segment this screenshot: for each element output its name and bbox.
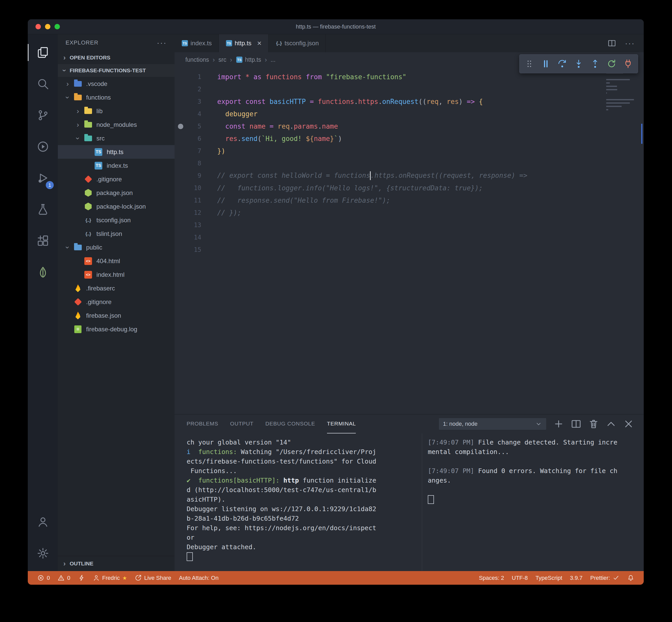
breadcrumb-item-src[interactable]: src	[219, 56, 226, 63]
activity-search-button[interactable]	[28, 68, 58, 100]
git-icon	[73, 297, 82, 307]
status-typescript[interactable]: TypeScript	[532, 571, 566, 585]
tree-item-package-lock.json[interactable]: package-lock.json	[58, 200, 175, 213]
tree-item-index.html[interactable]: <>index.html	[58, 268, 175, 281]
ts-icon: TS	[94, 161, 103, 170]
pause-icon	[541, 59, 551, 69]
activity-test-button[interactable]	[28, 194, 58, 225]
restart-button[interactable]	[604, 56, 619, 71]
activity-explorer-button[interactable]	[28, 37, 58, 68]
maximize-panel-button[interactable]	[606, 418, 617, 429]
status-3-9-7[interactable]: 3.9.7	[566, 571, 586, 585]
tree-item-lib[interactable]: lib	[58, 104, 175, 118]
tab-http.ts[interactable]: TShttp.ts×	[219, 34, 269, 52]
tree-item-tslint.json[interactable]: {..}tslint.json	[58, 227, 175, 241]
chevron-right-icon	[73, 120, 83, 129]
code-line: 11// response.send("Hello from Firebase!…	[175, 194, 644, 207]
step-over-button[interactable]	[555, 56, 570, 71]
code-line: 13	[175, 219, 644, 231]
tree-item-.gitignore[interactable]: .gitignore	[58, 172, 175, 186]
tab-tsconfig.json[interactable]: {..}tsconfig.json	[269, 34, 326, 52]
tree-item-label: lib	[97, 107, 103, 115]
kill-terminal-button[interactable]	[588, 418, 599, 429]
tree-item-.gitignore[interactable]: .gitignore	[58, 295, 175, 309]
tree-item-node_modules[interactable]: node_modules	[58, 118, 175, 132]
pause-button[interactable]	[538, 56, 554, 71]
open-editors-section[interactable]: OPEN EDITORS	[58, 51, 175, 64]
status-bell[interactable]	[624, 571, 638, 585]
disconnect-button[interactable]	[620, 56, 636, 71]
step-into-button[interactable]	[571, 56, 586, 71]
terminal-pane-left[interactable]: ch your global version "14"i functions: …	[175, 434, 422, 571]
status-auto-attach-on[interactable]: Auto Attach: On	[175, 571, 222, 585]
panel-tab-debug-console[interactable]: DEBUG CONSOLE	[265, 414, 315, 434]
activity-run-button[interactable]	[28, 131, 58, 162]
terminal-pane-right[interactable]: [7:49:07 PM] File change detected. Start…	[422, 434, 644, 571]
status-live-share[interactable]: Live Share	[131, 571, 175, 585]
root-folder-section[interactable]: FIREBASE-FUNCTIONS-TEST	[58, 64, 175, 77]
status-prettier-[interactable]: Prettier:	[586, 571, 624, 585]
terminal-picker-dropdown[interactable]: 1: node, node	[439, 418, 547, 430]
status-debug-attach[interactable]	[74, 571, 89, 585]
panel-tab-problems[interactable]: PROBLEMS	[187, 414, 218, 434]
activity-source-control-button[interactable]	[28, 100, 58, 131]
code-editor[interactable]: 1import * as functions from "firebase-fu…	[175, 67, 644, 414]
terminal-cursor	[428, 495, 434, 504]
minimap[interactable]	[606, 72, 637, 123]
live-share-icon	[135, 575, 142, 581]
panel-tab-terminal[interactable]: TERMINAL	[327, 414, 356, 434]
minimap-line	[606, 79, 630, 80]
tree-item-.firebaserc[interactable]: .firebaserc	[58, 281, 175, 295]
minimap-line	[606, 92, 607, 94]
split-terminal-button[interactable]	[571, 418, 582, 429]
tree-item-http.ts[interactable]: TShttp.ts	[58, 145, 175, 159]
close-tab-icon[interactable]: ×	[257, 39, 262, 47]
breadcrumb-item-http.ts[interactable]: TShttp.ts	[236, 56, 261, 63]
tab-index.ts[interactable]: TSindex.ts	[175, 34, 219, 52]
terminal-line: Debugger listening on ws://127.0.0.1:922…	[187, 504, 422, 514]
activity-badge: 1	[46, 181, 54, 189]
more-actions-icon[interactable]: ···	[625, 39, 635, 47]
tab-bar: TSindex.tsTShttp.ts×{..}tsconfig.json···	[175, 34, 644, 52]
status-0[interactable]: 0	[54, 571, 74, 585]
status-0[interactable]: 0	[33, 571, 54, 585]
breakpoint-gutter[interactable]	[175, 124, 186, 129]
split-editor-icon[interactable]	[607, 39, 616, 47]
tree-item-label: firebase.json	[86, 312, 121, 319]
tree-item-tsconfig.json[interactable]: {..}tsconfig.json	[58, 213, 175, 227]
breadcrumb-item-functions[interactable]: functions	[185, 56, 209, 63]
tree-item-package.json[interactable]: package.json	[58, 186, 175, 200]
tree-item-404.html[interactable]: <>404.html	[58, 254, 175, 268]
activity-settings-button[interactable]	[28, 538, 58, 569]
status-spaces-2[interactable]: Spaces: 2	[475, 571, 508, 585]
close-panel-button[interactable]	[623, 418, 634, 429]
tree-item-src[interactable]: src	[58, 132, 175, 145]
line-number: 6	[186, 135, 201, 142]
activity-mongodb-button[interactable]	[28, 256, 58, 288]
breadcrumb-item-...[interactable]: ...	[270, 56, 275, 63]
tree-item-functions[interactable]: functions	[58, 91, 175, 104]
status-bar-right: Spaces: 2UTF-8TypeScript3.9.7Prettier:	[475, 571, 638, 585]
more-actions-icon[interactable]: ···	[157, 38, 167, 47]
tree-item-firebase.json[interactable]: firebase.json	[58, 309, 175, 322]
outline-section[interactable]: OUTLINE	[58, 556, 175, 571]
status-fredric[interactable]: Fredric★	[89, 571, 131, 585]
minimap-line	[606, 109, 608, 110]
step-out-button[interactable]	[588, 56, 603, 71]
close-window-button[interactable]	[35, 24, 41, 29]
zoom-window-button[interactable]	[54, 24, 60, 29]
tree-item-firebase-debug.log[interactable]: ≡firebase-debug.log	[58, 322, 175, 336]
drag-grip-button	[522, 56, 537, 71]
activity-account-button[interactable]	[28, 506, 58, 538]
new-terminal-button[interactable]	[553, 418, 564, 429]
tree-item-public[interactable]: public	[58, 241, 175, 254]
status-utf-8[interactable]: UTF-8	[508, 571, 532, 585]
activity-extensions-button[interactable]	[28, 225, 58, 256]
minimize-window-button[interactable]	[45, 24, 50, 29]
chevron-down-icon	[64, 242, 72, 253]
line-number: 9	[186, 172, 201, 179]
activity-debug-button[interactable]: 1	[28, 162, 58, 194]
panel-tab-output[interactable]: OUTPUT	[230, 414, 254, 434]
tree-item-.vscode[interactable]: .vscode	[58, 77, 175, 91]
tree-item-index.ts[interactable]: TSindex.ts	[58, 159, 175, 172]
